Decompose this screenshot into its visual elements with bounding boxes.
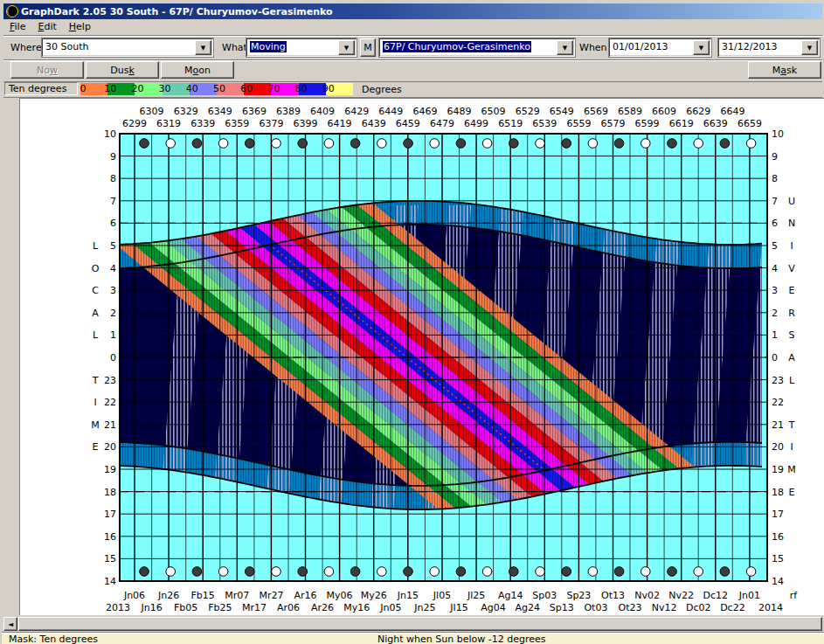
date-from-combobox[interactable]: 01/01/2013 ▼ [609, 38, 711, 57]
axis-label: 6559 [566, 118, 591, 129]
what-label: What [222, 42, 247, 53]
toolbar-main: Where 30 South ▼ What Moving ▼ M 67P/ Ch… [3, 35, 822, 61]
altitude-legend: Ten degrees 0102030405060708090 Degrees [3, 81, 822, 98]
axis-label: 4 [110, 263, 116, 274]
axis-label: Nv02 [634, 590, 660, 601]
moon-phase-icon [218, 567, 228, 577]
m-button[interactable]: M [360, 38, 376, 57]
axis-label: E [789, 487, 795, 498]
moon-phase-icon [218, 139, 228, 149]
axis-label: Sp13 [550, 602, 574, 613]
axis-label: I [790, 240, 793, 252]
axis-label: 15 [772, 553, 784, 564]
axis-label: 6629 [686, 106, 710, 117]
scroll-left-button[interactable]: ◄ [3, 617, 17, 631]
chevron-down-icon[interactable]: ▼ [557, 40, 573, 55]
moon-phase-icon [377, 567, 387, 577]
date-to-value: 31/12/2013 [722, 41, 801, 52]
scrollbar-thumb[interactable] [18, 617, 822, 631]
axis-label: Jl05 [433, 590, 451, 601]
date-to-combobox[interactable]: 31/12/2013 ▼ [718, 38, 820, 57]
axis-label: Nv12 [652, 602, 677, 613]
moon-phase-icon [720, 139, 730, 149]
axis-label: E [789, 285, 795, 296]
menu-file[interactable]: File [3, 20, 31, 33]
axis-label: 8 [772, 173, 778, 184]
moon-phase-icon [562, 567, 571, 577]
axis-label: 0 [110, 352, 116, 364]
menu-edit[interactable]: Edit [31, 20, 62, 33]
axis-label: 6589 [618, 106, 642, 117]
axis-label: 9 [772, 151, 778, 163]
chevron-down-icon[interactable]: ▼ [801, 40, 818, 55]
axis-label: 1 [110, 329, 116, 341]
moon-phase-icon [694, 567, 703, 577]
when-label: When [579, 42, 607, 53]
where-combobox[interactable]: 30 South ▼ [42, 38, 213, 57]
axis-label: 6659 [737, 118, 762, 129]
axis-label: Ar16 [294, 590, 316, 601]
moon-button[interactable]: Moon [161, 61, 234, 79]
chart-panel: 6309632963496369638964096429644964696489… [19, 98, 824, 615]
chevron-down-icon[interactable]: ▼ [195, 40, 211, 55]
now-button[interactable]: Now [10, 61, 84, 79]
what-combobox[interactable]: Moving ▼ [246, 38, 357, 57]
legend-right-label: Degrees [362, 84, 402, 95]
axis-label: 6579 [601, 118, 626, 129]
menu-bar: File Edit Help [3, 19, 822, 34]
mask-button[interactable]: Mask [748, 61, 821, 79]
axis-label: My06 [327, 590, 353, 601]
axis-label: 10 [104, 128, 116, 140]
chevron-down-icon[interactable]: ▼ [338, 40, 355, 55]
moon-phase-icon [641, 139, 651, 149]
moon-phase-icon [509, 139, 519, 149]
moon-phase-icon [694, 139, 703, 149]
axis-label: 6489 [447, 106, 472, 117]
moon-phase-icon [509, 567, 519, 577]
axis-label: Ot13 [601, 590, 625, 601]
moon-phase-icon [746, 139, 756, 149]
axis-label: 6649 [720, 106, 744, 117]
moon-phase-icon [668, 139, 677, 149]
axis-label: 18 [772, 487, 784, 498]
axis-label: 18 [104, 487, 116, 498]
axis-label: 6329 [174, 106, 198, 117]
axis-label: 6449 [378, 106, 403, 117]
axis-label: Fb05 [174, 602, 197, 613]
toolbar-buttons: Now Dusk Moon Mask [3, 59, 822, 82]
axis-label: O [92, 263, 100, 274]
axis-label: 1 [772, 329, 778, 341]
legend-tick-label: 80 [293, 83, 310, 94]
axis-label: I [93, 397, 96, 408]
legend-tick-label: 60 [238, 83, 255, 94]
axis-label: 6609 [652, 106, 676, 117]
axis-label: Ag14 [498, 590, 523, 601]
moon-phase-icon [246, 567, 255, 577]
axis-label: Nv22 [668, 590, 694, 601]
moon-phase-icon [614, 139, 624, 149]
axis-label: L [789, 375, 795, 386]
moon-phase-icon [404, 567, 413, 577]
dusk-button[interactable]: Dusk [86, 61, 159, 79]
axis-label: Ot03 [584, 602, 607, 613]
axis-label: Ar26 [311, 602, 334, 613]
chevron-down-icon[interactable]: ▼ [693, 40, 710, 55]
object-combobox[interactable]: 67P/ Churyumov-Gerasimenko ▼ [379, 38, 575, 57]
axis-label: M [787, 464, 796, 475]
moon-phase-icon [246, 139, 255, 149]
object-value: 67P/ Churyumov-Gerasimenko [383, 41, 531, 52]
axis-label: Mr07 [225, 590, 249, 601]
axis-label: 6429 [344, 106, 369, 117]
axis-label: 2013 [106, 602, 130, 613]
axis-label: 21 [104, 419, 116, 431]
axis-label: 6309 [140, 106, 164, 117]
legend-tick-label: 0 [74, 83, 92, 94]
horizontal-scrollbar[interactable]: ◄ [3, 617, 822, 632]
legend-tick-label: 90 [320, 83, 337, 94]
axis-label: 16 [772, 531, 784, 543]
moon-phase-icon [272, 567, 281, 577]
moon-phase-icon [641, 567, 651, 577]
axis-label: Jn01 [738, 590, 760, 601]
menu-help[interactable]: Help [63, 20, 97, 33]
moon-phase-icon [377, 139, 387, 149]
